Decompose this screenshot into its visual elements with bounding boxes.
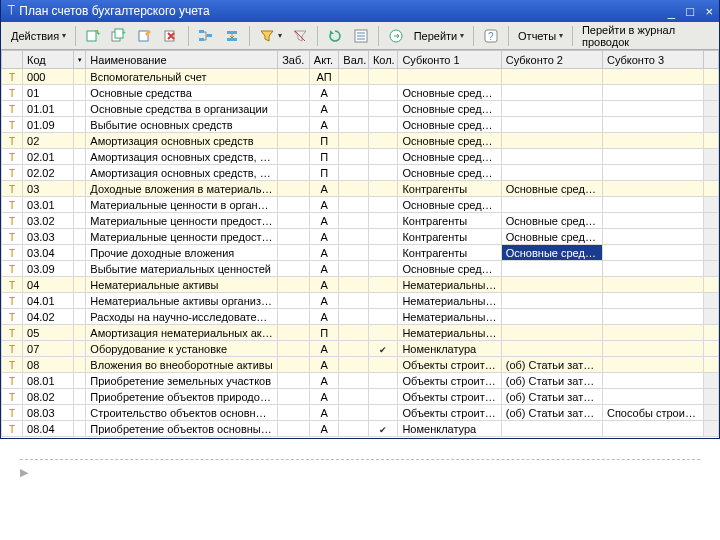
table-row[interactable]: T02Амортизация основных средствПОсновные… xyxy=(2,133,719,149)
table-row[interactable]: T08.01Приобретение земельных участковАОб… xyxy=(2,373,719,389)
window-title: План счетов бухгалтерского учета xyxy=(19,4,209,18)
reports-menu[interactable]: Отчеты▾ xyxy=(514,28,567,44)
row-icon: T xyxy=(9,328,15,339)
actions-menu[interactable]: Действия▾ xyxy=(7,28,70,44)
table-row[interactable]: T07Оборудование к установкеАНоменклатура xyxy=(2,341,719,357)
row-icon: T xyxy=(9,232,15,243)
svg-rect-0 xyxy=(87,31,96,41)
table-row[interactable]: T03.01Материальные ценности в органи…АОс… xyxy=(2,197,719,213)
row-icon: T xyxy=(9,376,15,387)
row-icon: T xyxy=(9,104,15,115)
edit-icon[interactable] xyxy=(133,26,157,46)
row-icon: T xyxy=(9,264,15,275)
row-icon: T xyxy=(9,200,15,211)
row-icon: T xyxy=(9,168,15,179)
titlebar: ⟙ План счетов бухгалтерского учета _ □ × xyxy=(1,0,719,22)
col-header[interactable]: Кол. xyxy=(368,51,398,69)
add-icon[interactable]: + xyxy=(81,26,105,46)
table-row[interactable]: T02.02Амортизация основных средств, у…ПО… xyxy=(2,165,719,181)
table-row[interactable]: T08.02Приобретение объектов природоп…АОб… xyxy=(2,389,719,405)
table-container: Код▾НаименованиеЗаб.Акт.Вал.Кол.Субконто… xyxy=(1,50,719,438)
table-row[interactable]: T03.04Прочие доходные вложенияАКонтраген… xyxy=(2,245,719,261)
table-row[interactable]: T03.02Материальные ценности предост…АКон… xyxy=(2,213,719,229)
svg-rect-7 xyxy=(199,30,204,33)
app-icon: ⟙ xyxy=(7,4,16,18)
table-row[interactable]: T04.01Нематериальные активы организ…АНем… xyxy=(2,293,719,309)
row-icon: T xyxy=(9,312,15,323)
row-icon: T xyxy=(9,72,15,83)
table-row[interactable]: T01Основные средстваАОсновные средс… xyxy=(2,85,719,101)
row-icon: T xyxy=(9,344,15,355)
table-row[interactable]: T08.03Строительство объектов основны…АОб… xyxy=(2,405,719,421)
row-icon: T xyxy=(9,136,15,147)
col-header[interactable]: Код xyxy=(23,51,74,69)
close-button[interactable]: × xyxy=(705,4,713,19)
col-header[interactable] xyxy=(704,51,719,69)
row-icon: T xyxy=(9,408,15,419)
row-icon: T xyxy=(9,248,15,259)
filter-off-icon[interactable] xyxy=(288,26,312,46)
table-row[interactable]: T03Доходные вложения в материаль…АКонтра… xyxy=(2,181,719,197)
hierarchy-icon[interactable] xyxy=(194,26,218,46)
maximize-button[interactable]: □ xyxy=(686,4,694,19)
table-row[interactable]: T08.04Приобретение объектов основны…АНом… xyxy=(2,421,719,437)
col-header[interactable]: Вал. xyxy=(339,51,369,69)
col-header[interactable]: Субконто 3 xyxy=(602,51,703,69)
table-row[interactable]: T02.01Амортизация основных средств, у…ПО… xyxy=(2,149,719,165)
col-header[interactable]: Наименование xyxy=(86,51,278,69)
help-icon[interactable]: ? xyxy=(479,26,503,46)
row-icon: T xyxy=(9,184,15,195)
delete-icon[interactable] xyxy=(159,26,183,46)
table-row[interactable]: T04Нематериальные активыАНематериальные… xyxy=(2,277,719,293)
add-copy-icon[interactable]: + xyxy=(107,26,131,46)
svg-rect-8 xyxy=(199,38,204,41)
svg-rect-6 xyxy=(165,31,174,41)
svg-text:+: + xyxy=(96,29,101,38)
row-icon: T xyxy=(9,280,15,291)
table-row[interactable]: T01.09Выбытие основных средствАОсновные … xyxy=(2,117,719,133)
table-row[interactable]: T000Вспомогательный счетАП xyxy=(2,69,719,85)
table-header-row: Код▾НаименованиеЗаб.Акт.Вал.Кол.Субконто… xyxy=(2,51,719,69)
col-header[interactable] xyxy=(2,51,23,69)
row-icon: T xyxy=(9,360,15,371)
table-row[interactable]: T05Амортизация нематериальных ак…ПНемате… xyxy=(2,325,719,341)
chart-of-accounts-table: Код▾НаименованиеЗаб.Акт.Вал.Кол.Субконто… xyxy=(1,50,719,437)
list-icon[interactable] xyxy=(349,26,373,46)
goto-menu[interactable]: Перейти▾ xyxy=(410,28,469,44)
toolbar: Действия▾ + + ▾ Перейти▾ ? Отчеты▾ Перей… xyxy=(1,22,719,50)
svg-text:+: + xyxy=(122,29,126,36)
col-header[interactable]: ▾ xyxy=(73,51,86,69)
row-icon: T xyxy=(9,392,15,403)
col-header[interactable]: Заб. xyxy=(278,51,310,69)
footer: ▶ xyxy=(0,439,720,489)
play-icon[interactable]: ▶ xyxy=(20,466,28,478)
minimize-button[interactable]: _ xyxy=(668,4,675,19)
refresh-icon[interactable] xyxy=(323,26,347,46)
svg-text:?: ? xyxy=(488,31,494,42)
row-icon: T xyxy=(9,424,15,435)
col-header[interactable]: Субконто 1 xyxy=(398,51,501,69)
move-icon[interactable] xyxy=(220,26,244,46)
journal-link[interactable]: Перейти в журнал проводок xyxy=(578,22,713,50)
table-row[interactable]: T08Вложения во внеоборотные активыАОбъек… xyxy=(2,357,719,373)
col-header[interactable]: Акт. xyxy=(309,51,339,69)
table-row[interactable]: T01.01Основные средства в организацииАОс… xyxy=(2,101,719,117)
row-icon: T xyxy=(9,216,15,227)
table-row[interactable]: T03.03Материальные ценности предост…АКон… xyxy=(2,229,719,245)
table-row[interactable]: T04.02Расходы на научно-исследовател…АНе… xyxy=(2,309,719,325)
row-icon: T xyxy=(9,120,15,131)
row-icon: T xyxy=(9,296,15,307)
row-icon: T xyxy=(9,152,15,163)
goto-icon[interactable] xyxy=(384,26,408,46)
col-header[interactable]: Субконто 2 xyxy=(501,51,602,69)
filter-icon[interactable]: ▾ xyxy=(255,26,286,46)
table-row[interactable]: T03.09Выбытие материальных ценностейАОсн… xyxy=(2,261,719,277)
row-icon: T xyxy=(9,88,15,99)
